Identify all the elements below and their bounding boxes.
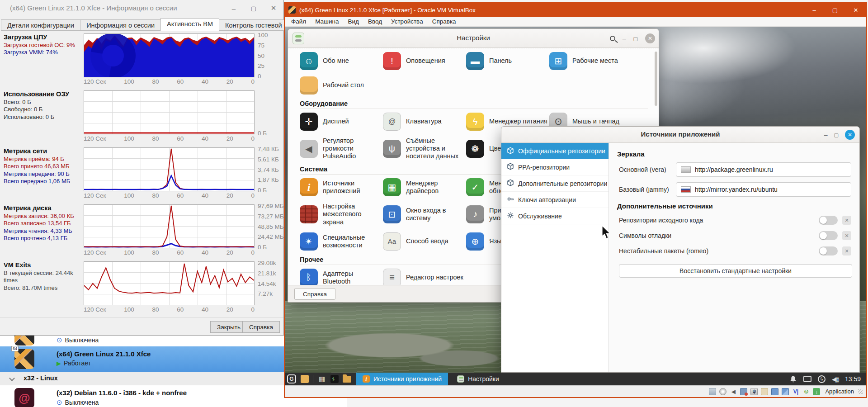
mirror-url-field[interactable]: http://mirror.yandex.ru/ubuntu: [676, 182, 851, 197]
seamless-mode-icon[interactable]: [782, 388, 789, 395]
settings-tile-firewall[interactable]: Настройка межсетевого экрана: [300, 203, 381, 226]
close-icon[interactable]: ✕: [845, 130, 855, 140]
settings-tile-panel[interactable]: ▬Панель: [466, 52, 547, 70]
metric-title: Использование ОЗУ: [4, 90, 83, 98]
settings-title: Настройки: [288, 34, 659, 42]
menu-справка[interactable]: Справка: [428, 18, 461, 25]
menu-ввод[interactable]: Ввод: [363, 18, 387, 25]
icon-glyph: i: [307, 181, 311, 194]
status-label: Выключена: [65, 399, 99, 406]
settings-tile-sources[interactable]: iИсточники приложений: [300, 178, 381, 196]
minimize-icon[interactable]: [804, 3, 825, 17]
settings-tile-volume[interactable]: ◀Регулятор громкости PulseAudio: [300, 137, 381, 160]
auto-resize-icon[interactable]: ↓: [813, 388, 820, 395]
sidebar-item-gear[interactable]: Обслуживание: [501, 208, 609, 224]
toggle-switch[interactable]: [819, 216, 838, 225]
menu-button-icon[interactable]: G: [287, 374, 296, 383]
clock[interactable]: 13:59: [845, 375, 861, 383]
minimize-icon[interactable]: –: [623, 35, 626, 42]
scrollbar[interactable]: [655, 52, 657, 106]
mirror-url-field[interactable]: http://package.greenlinux.ru: [676, 162, 851, 177]
section-header: Оборудование: [300, 100, 648, 109]
network-icon[interactable]: [740, 388, 747, 395]
extra-source-label: Репозитории исходного кода: [619, 217, 819, 224]
menu-вид[interactable]: Вид: [343, 18, 363, 25]
close-icon[interactable]: [845, 3, 866, 17]
tab-информация-о-сессии[interactable]: Информация о сессии: [80, 19, 161, 31]
settings-tile-bluetooth[interactable]: ᛒАдаптеры Bluetooth: [300, 269, 381, 285]
file-manager-icon[interactable]: [343, 376, 351, 383]
maximize-icon[interactable]: [244, 0, 264, 16]
settings-tile-login[interactable]: ⊡Окно входа в систему: [383, 203, 464, 226]
mouse-integration-icon[interactable]: ⊚: [802, 388, 810, 395]
metric-row-ram-usage: Использование ОЗУВсего: 0 БСвободно: 0 Б…: [0, 89, 283, 146]
menu-файл[interactable]: Файл: [287, 18, 311, 25]
taskbar-task-src[interactable]: iИсточники приложений: [356, 373, 448, 385]
icon-glyph: ⊕: [472, 236, 479, 247]
tile-label: Обо мне: [323, 57, 349, 65]
close-icon[interactable]: [264, 0, 283, 16]
icon-glyph: ♪: [473, 209, 477, 219]
settings-tile-keyboard[interactable]: @Клавиатура: [383, 113, 464, 131]
tab-детали-конфигурации[interactable]: Детали конфигурации: [1, 19, 80, 31]
menu-устройства[interactable]: Устройства: [387, 18, 428, 25]
usb-icon[interactable]: ψ: [750, 388, 758, 395]
settings-tile-display[interactable]: ✛Дисплей: [300, 113, 381, 131]
toggle-switch[interactable]: [819, 246, 838, 256]
resize-grip[interactable]: [858, 389, 863, 394]
show-desktop-icon[interactable]: [301, 375, 309, 383]
toggle-switch[interactable]: [819, 231, 838, 240]
sidebar-item-cube[interactable]: Оффициальные репозитории: [501, 143, 609, 159]
sidebar-item-key[interactable]: Ключи авторизации: [501, 192, 609, 208]
y-axis-network-rate: 7,48 КБ5,61 КБ3,74 КБ1,87 КБ0 Б: [258, 147, 283, 191]
display-icon[interactable]: [771, 388, 778, 395]
settings-tile-usb[interactable]: ψСъёмные устройства и носители данных: [383, 137, 464, 160]
sidebar-item-cube[interactable]: PPA-репозитории: [501, 159, 609, 175]
hard-disk-icon[interactable]: [709, 388, 716, 395]
help-button[interactable]: Справка: [294, 288, 335, 300]
audio-icon[interactable]: ◀: [730, 388, 737, 395]
settings-tile-input[interactable]: AaСпособ ввода: [383, 232, 464, 251]
shared-folders-icon[interactable]: [761, 388, 768, 395]
taskbar-task-set[interactable]: Настройки: [451, 373, 505, 385]
close-icon[interactable]: ✕: [645, 33, 655, 43]
terminal-icon[interactable]: $_: [330, 375, 339, 383]
maximize-icon[interactable]: [825, 3, 845, 17]
x-axis-cpu-load: 120 Сек100806040200: [84, 78, 255, 85]
app-grid-icon[interactable]: ▦: [316, 374, 327, 384]
search-icon[interactable]: [610, 36, 615, 41]
notifications-bell-icon[interactable]: [789, 375, 797, 383]
help-button[interactable]: Справка: [242, 321, 280, 333]
vm-name: (x64) Green Linux 21.1.0 Xfce: [57, 350, 151, 358]
close-button[interactable]: Закрыть: [210, 321, 247, 333]
remove-icon[interactable]: [842, 246, 851, 256]
settings-tile-about[interactable]: ☺Обо мне: [300, 52, 381, 70]
remove-icon[interactable]: [842, 216, 851, 225]
settings-tile-accessibility[interactable]: ✴Специальные возможности: [300, 232, 381, 251]
vm-taskbar: G ▦ $_ iИсточники приложенийНастройки ϟ …: [285, 373, 866, 385]
settings-tile-desktop[interactable]: Рабочий стол: [300, 76, 381, 95]
menu-машина[interactable]: Машина: [311, 18, 343, 25]
remove-icon[interactable]: [842, 231, 851, 240]
settings-tile-bell[interactable]: !Оповещения: [383, 52, 464, 70]
maximize-icon[interactable]: ▢: [834, 132, 839, 138]
maximize-icon[interactable]: ▢: [633, 36, 638, 42]
minimize-icon[interactable]: [224, 0, 244, 16]
tab-активность-вм[interactable]: Активность ВМ: [160, 18, 219, 31]
metric-value: Всего прочтено 4,13 ГБ: [4, 235, 83, 242]
display-settings-icon[interactable]: [803, 376, 811, 382]
minimize-icon[interactable]: –: [824, 131, 828, 138]
sidebar-item-cube[interactable]: Дополнительные репозитории: [501, 175, 609, 192]
settings-tile-editor[interactable]: ≡Редактор настроек: [383, 269, 464, 285]
optical-disc-icon[interactable]: [719, 388, 726, 395]
settings-tile-drivers[interactable]: ▦Менеджер драйверов: [383, 178, 464, 196]
restore-defaults-button[interactable]: Восстановить стандартные настройки: [619, 264, 852, 278]
x-axis-tick: 120 Сек: [84, 192, 106, 199]
chevron-down-icon[interactable]: [9, 375, 15, 381]
mirror-list: Основной (vera)http://package.greenlinux…: [617, 162, 851, 197]
icon-glyph: !: [391, 56, 393, 66]
metric-value: Метрика приёма: 94 Б: [4, 156, 83, 163]
power-manager-icon[interactable]: ϟ: [818, 375, 826, 383]
volume-icon[interactable]: ◀))): [832, 376, 839, 383]
settings-tile-workspaces[interactable]: ⊞Рабочие места: [549, 52, 631, 70]
